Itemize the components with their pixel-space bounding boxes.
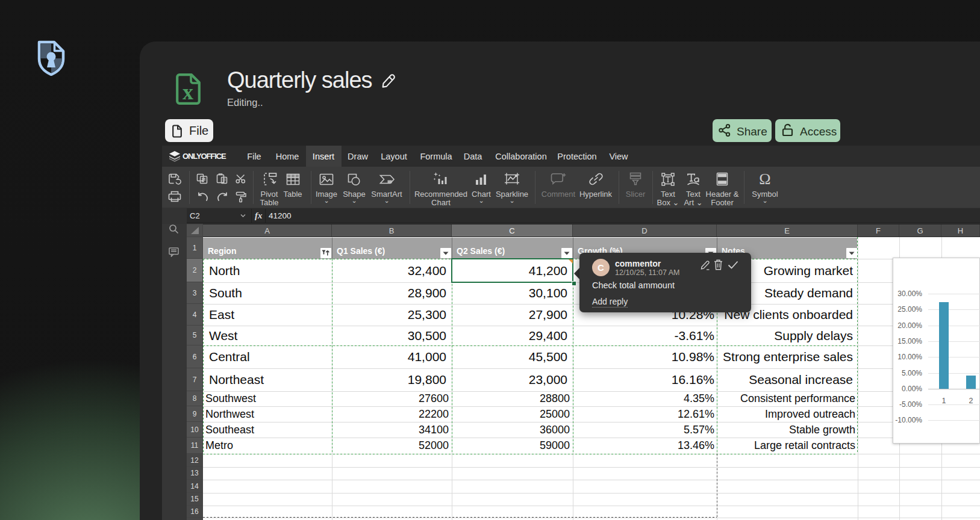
svg-text:x: x [183,80,193,104]
